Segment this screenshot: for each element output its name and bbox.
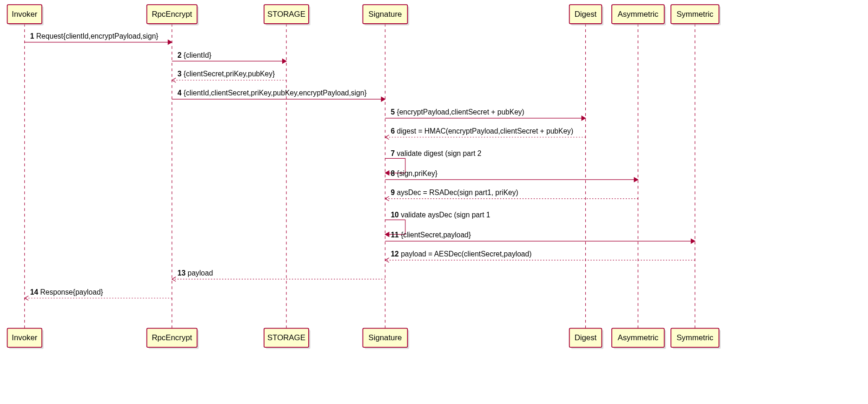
message-label-12: 12 payload = AESDec(clientSecret,payload… (391, 250, 531, 258)
participant-label-signature-bottom: Signature (368, 333, 402, 342)
message-label-6: 6 digest = HMAC(encryptPayload,clientSec… (391, 127, 573, 135)
svg-marker-19 (634, 177, 638, 182)
message-label-9: 9 aysDec = RSADec(sign part1, priKey) (391, 189, 518, 196)
message-label-14: 14 Response{payload} (30, 288, 103, 296)
message-label-11: 11 {clientSecret,payload} (391, 231, 471, 239)
participant-label-rpc-bottom: RpcEncrypt (152, 333, 192, 342)
participant-label-digest-top: Digest (575, 10, 597, 19)
sequence-diagram: InvokerRpcEncryptSTORAGESignatureDigestA… (0, 0, 868, 404)
svg-marker-18 (385, 171, 389, 175)
participant-label-symmetric-top: Symmetric (676, 10, 713, 19)
message-label-5: 5 {encryptPayload,clientSecret + pubKey) (391, 108, 524, 116)
participant-label-storage-bottom: STORAGE (267, 333, 305, 342)
message-label-13: 13 payload (178, 269, 213, 277)
message-label-1: 1 Request{clientId,encryptPayload,sign} (30, 32, 159, 40)
message-label-10: 10 validate aysDec (sign part 1 (391, 211, 490, 219)
participant-label-rpc-top: RpcEncrypt (152, 10, 192, 19)
participant-label-signature-top: Signature (368, 10, 402, 19)
svg-marker-17 (582, 116, 585, 121)
participant-label-digest-bottom: Digest (575, 333, 597, 342)
message-label-8: 8 {sign,priKey} (391, 169, 437, 177)
svg-marker-15 (283, 59, 286, 64)
svg-marker-21 (691, 239, 695, 243)
participant-label-invoker-top: Invoker (12, 10, 37, 19)
svg-marker-20 (385, 232, 389, 237)
svg-marker-14 (168, 40, 172, 45)
participant-label-invoker-bottom: Invoker (12, 333, 37, 342)
participant-label-asymmetric-top: Asymmetric (617, 10, 658, 19)
message-label-4: 4 {clientId,clientSecret,priKey,pubKey,e… (178, 89, 367, 97)
message-label-3: 3 {clientSecret,priKey,pubKey} (178, 70, 275, 78)
participant-label-storage-top: STORAGE (267, 10, 305, 19)
message-label-7: 7 validate digest (sign part 2 (391, 149, 481, 157)
participant-label-asymmetric-bottom: Asymmetric (617, 333, 658, 342)
svg-marker-16 (381, 97, 385, 101)
participant-label-symmetric-bottom: Symmetric (676, 333, 713, 342)
message-label-2: 2 {clientId} (178, 51, 212, 59)
